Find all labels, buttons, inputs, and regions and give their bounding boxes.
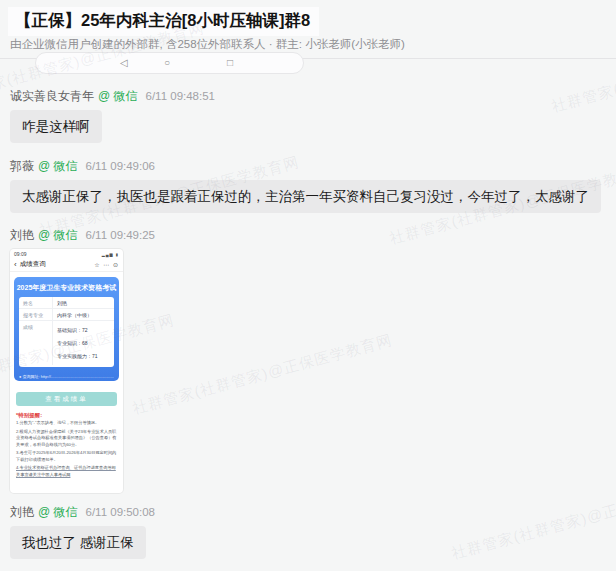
via-wechat-tag: @ 微信: [38, 228, 78, 242]
group-title-box: 【正保】25年内科主治[8小时压轴课]群8: [8, 7, 319, 36]
view-score-button: 查看成绩单: [16, 392, 117, 406]
recents-square-icon[interactable]: □: [227, 53, 233, 73]
exam-title: 2025年度卫生专业技术资格考试: [14, 277, 119, 293]
score-line: 专业知识：68: [57, 337, 98, 350]
group-title: 【正保】25年内科主治[8小时压轴课]群8: [15, 10, 310, 32]
chat-message: 诚实善良女青年@ 微信6/11 09:48:51 咋是这样啊: [10, 88, 606, 143]
sender-name[interactable]: 刘艳: [10, 505, 34, 519]
phone-nav-bar: ‹ 成绩查询 ☆ ⋯ ⊙: [10, 258, 123, 272]
signal-battery-icons: ▂▄▆ ▮: [102, 252, 119, 257]
phone-nav-title: 成绩查询: [20, 260, 46, 269]
chat-message-list: 诚实善良女青年@ 微信6/11 09:48:51 咋是这样啊 郭薇@ 微信6/1…: [10, 80, 606, 559]
message-time: 6/11 09:49:06: [86, 160, 156, 172]
group-chat-screen: 【正保】25年内科主治[8小时压轴课]群8 由企业微信用户创建的外部群, 含25…: [0, 0, 616, 571]
row-value: 刘艳: [53, 297, 69, 308]
score-line: 专业实践能力：71: [57, 350, 98, 363]
message-bubble[interactable]: 太感谢正保了，执医也是跟着正保过的，主治第一年买资料自己复习没过，今年过了，太感…: [10, 180, 601, 213]
star-more-close-icons: ☆ ⋯ ⊙: [94, 261, 119, 268]
reminder-item: 1.分数为"-"表示缺考、违纪，不得分等情况。: [16, 420, 117, 427]
group-subtitle: 由企业微信用户创建的外部群, 含258位外部联系人 · 群主: 小张老师(小张老…: [10, 37, 405, 52]
message-meta: 刘艳@ 微信6/11 09:49:25: [10, 227, 606, 243]
reminder-title: *特别提醒:: [16, 412, 42, 419]
message-time: 6/11 09:49:25: [86, 229, 156, 241]
phone-status-bar: 09:09 ▂▄▆ ▮: [10, 249, 123, 258]
status-time: 09:09: [14, 251, 27, 257]
row-label: 姓名: [19, 297, 53, 308]
via-wechat-tag: @ 微信: [38, 505, 78, 519]
score-screenshot-image[interactable]: 09:09 ▂▄▆ ▮ ‹ 成绩查询 ☆ ⋯ ⊙ 2025年度卫生专业技术资格考…: [10, 249, 123, 493]
row-label: 成绩: [19, 321, 53, 365]
reminder-item: 4.专业技术资格证书办理查询、证书办理进度查询等相关事宜请关注中国人事考试网: [16, 465, 117, 478]
row-value: 内科学（中级）: [53, 309, 94, 320]
reminder-item: 2.根据人力资源社会保障部《关于23年专业技术人员职业资格考试合格标准有关事项的…: [16, 429, 117, 449]
message-meta: 郭薇@ 微信6/11 09:49:06: [10, 158, 606, 174]
home-circle-icon[interactable]: ○: [164, 53, 170, 73]
back-triangle-icon[interactable]: ◁: [120, 53, 128, 73]
score-line: 基础知识：72: [57, 324, 98, 337]
sender-name[interactable]: 郭薇: [10, 159, 34, 173]
sender-name[interactable]: 诚实善良女青年: [10, 89, 94, 103]
chat-message: 刘艳@ 微信6/11 09:50:08 我也过了 感谢正保: [10, 504, 606, 559]
message-meta: 诚实善良女青年@ 微信6/11 09:48:51: [10, 88, 606, 104]
table-row: 姓名 刘艳: [19, 297, 114, 309]
score-card: 2025年度卫生专业技术资格考试 姓名 刘艳 报考专业 内科学（中级） 成绩: [14, 277, 119, 381]
query-url-line: ● 查询网址: http://…………………………………………: [19, 374, 114, 379]
android-navigation-bar: ◁ ○ □: [35, 52, 304, 74]
score-table: 姓名 刘艳 报考专业 内科学（中级） 成绩 基础知识：72 专业知识：68: [19, 297, 114, 367]
chat-message: 郭薇@ 微信6/11 09:49:06 太感谢正保了，执医也是跟着正保过的，主治…: [10, 158, 606, 213]
message-time: 6/11 09:50:08: [86, 506, 156, 518]
sender-name[interactable]: 刘艳: [10, 228, 34, 242]
row-value: 基础知识：72 专业知识：68 专业实践能力：71: [53, 321, 100, 365]
message-bubble[interactable]: 咋是这样啊: [10, 110, 102, 143]
via-wechat-tag: @ 微信: [98, 89, 138, 103]
message-time: 6/11 09:48:51: [146, 90, 216, 102]
reminder-item: 3.考生可于2025年6月20日-2026年4月30日规定时间内下载打印成绩通知…: [16, 450, 117, 463]
row-label: 报考专业: [19, 309, 53, 320]
table-row: 报考专业 内科学（中级）: [19, 309, 114, 321]
reminder-list: 1.分数为"-"表示缺考、违纪，不得分等情况。 2.根据人力资源社会保障部《关于…: [16, 420, 117, 480]
message-bubble[interactable]: 我也过了 感谢正保: [10, 526, 146, 559]
message-meta: 刘艳@ 微信6/11 09:50:08: [10, 504, 606, 520]
back-chevron-icon: ‹: [14, 260, 17, 269]
table-row: 成绩 基础知识：72 专业知识：68 专业实践能力：71: [19, 321, 114, 365]
chat-message: 刘艳@ 微信6/11 09:49:25 09:09 ▂▄▆ ▮ ‹ 成绩查询 ☆…: [10, 227, 606, 493]
via-wechat-tag: @ 微信: [38, 159, 78, 173]
